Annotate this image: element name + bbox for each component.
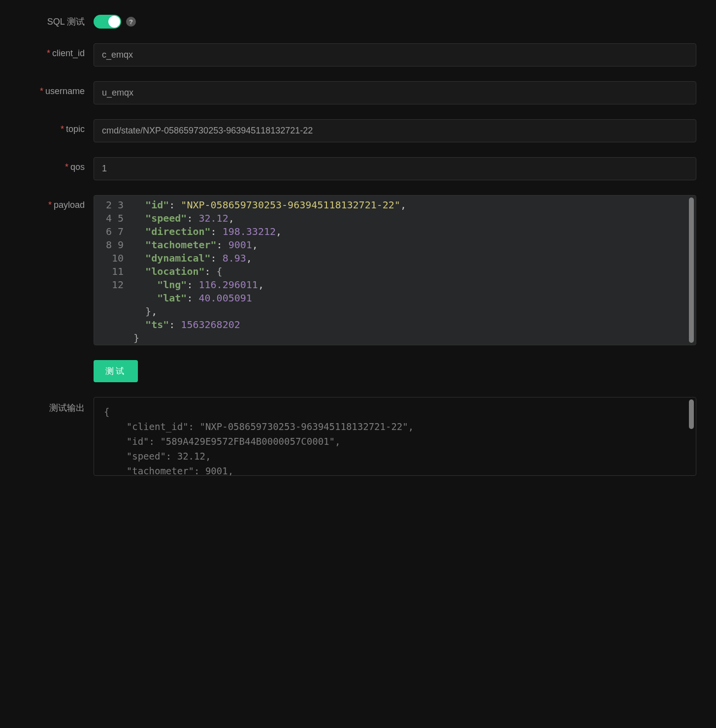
- payload-editor[interactable]: 2 3 4 5 6 7 8 9 10 11 12 "id": "NXP-0586…: [94, 195, 696, 345]
- payload-label: *payload: [20, 195, 94, 210]
- editor-scrollbar[interactable]: [689, 198, 694, 343]
- output-scrollbar[interactable]: [689, 399, 694, 429]
- sql-test-label: SQL 测试: [20, 15, 94, 28]
- username-label: *username: [20, 81, 94, 97]
- topic-input[interactable]: [94, 119, 696, 142]
- topic-label: *topic: [20, 119, 94, 134]
- output-text: { "client_id": "NXP-058659730253-9639451…: [104, 406, 414, 476]
- client-id-input[interactable]: [94, 43, 696, 66]
- qos-input[interactable]: [94, 157, 696, 180]
- test-output-box[interactable]: { "client_id": "NXP-058659730253-9639451…: [94, 397, 696, 476]
- help-icon[interactable]: ?: [126, 17, 136, 27]
- editor-code[interactable]: "id": "NXP-058659730253-963945118132721-…: [129, 196, 696, 345]
- test-button[interactable]: 测试: [94, 360, 138, 382]
- toggle-knob: [108, 16, 120, 28]
- client-id-label: *client_id: [20, 43, 94, 59]
- test-output-label: 测试输出: [20, 397, 94, 414]
- qos-label: *qos: [20, 157, 94, 172]
- username-input[interactable]: [94, 81, 696, 104]
- editor-gutter: 2 3 4 5 6 7 8 9 10 11 12: [94, 196, 129, 345]
- sql-test-toggle[interactable]: [94, 15, 121, 29]
